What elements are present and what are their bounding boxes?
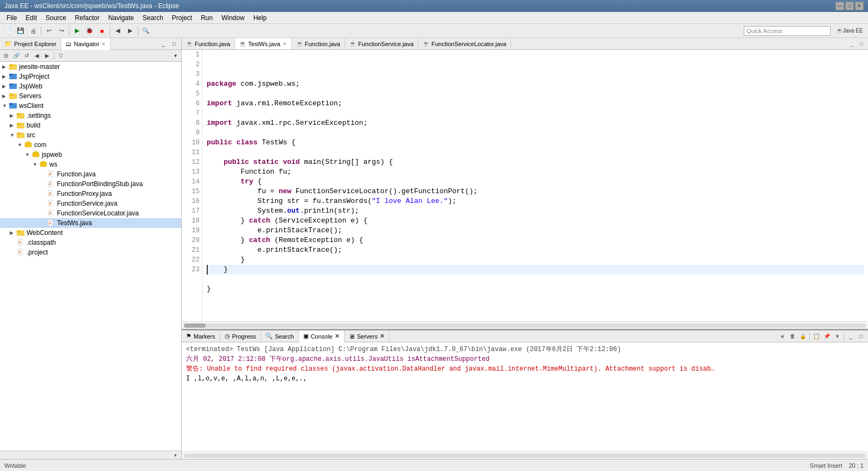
console-copy-button[interactable]: 📋 bbox=[812, 332, 821, 341]
tab-function-service-locator[interactable]: ☕ FunctionServiceLocator.java bbox=[418, 38, 511, 49]
perspective-java-ee[interactable]: ☕ Java EE bbox=[833, 25, 866, 37]
view-menu-button[interactable]: ▾ bbox=[170, 51, 180, 61]
console-view-menu[interactable]: ▾ bbox=[832, 332, 842, 341]
line-number: 15 bbox=[184, 187, 200, 196]
console-horizontal-scrollbar[interactable] bbox=[182, 451, 868, 459]
console-tab-close[interactable]: ✕ bbox=[335, 333, 340, 340]
tree-item[interactable]: ▼jspweb bbox=[0, 150, 181, 160]
tree-item[interactable]: JTestWs.java bbox=[0, 218, 181, 228]
code-editor[interactable]: 1234567891011121314151617181920212223 pa… bbox=[182, 50, 868, 329]
maximize-button[interactable]: □ bbox=[845, 2, 854, 10]
menu-window[interactable]: Window bbox=[217, 13, 249, 23]
tree-item[interactable]: ▶JspProject bbox=[0, 72, 181, 81]
tab-console[interactable]: ▣ Console ✕ bbox=[299, 330, 344, 342]
fwd-nav-button[interactable]: ▶ bbox=[42, 51, 52, 61]
tree-item[interactable]: ▼com bbox=[0, 140, 181, 150]
print-button[interactable]: 🖨 bbox=[27, 25, 39, 37]
console-clear-button[interactable]: 🗑 bbox=[788, 332, 797, 341]
console-scroll-lock[interactable]: 🔒 bbox=[798, 332, 808, 341]
tree-item[interactable]: ▼src bbox=[0, 130, 181, 140]
save-button[interactable]: 💾 bbox=[15, 25, 27, 37]
tree-item[interactable]: JFunctionServiceLocator.java bbox=[0, 208, 181, 218]
console-minimize[interactable]: _ bbox=[846, 332, 856, 341]
tab-function-java-1[interactable]: ☕ Function.java bbox=[182, 38, 235, 49]
tab-test-ws-java[interactable]: ☕ TestWs.java ✕ bbox=[235, 38, 291, 50]
menu-search[interactable]: Search bbox=[138, 13, 168, 23]
title-bar: Java EE - wsClient/src/com/jspweb/ws/Tes… bbox=[0, 0, 868, 12]
java-file-icon-4: ☕ bbox=[349, 41, 356, 47]
menu-refactor[interactable]: Refactor bbox=[71, 13, 104, 23]
filter-button[interactable]: ▽ bbox=[56, 51, 66, 61]
search-toolbar-button[interactable]: 🔍 bbox=[140, 25, 152, 37]
menu-navigate[interactable]: Navigate bbox=[104, 13, 138, 23]
tree-item[interactable]: JFunction.java bbox=[0, 169, 181, 179]
menu-source[interactable]: Source bbox=[41, 13, 71, 23]
tab-function-service[interactable]: ☕ FunctionService.java bbox=[345, 38, 418, 49]
navigator-tab-close[interactable]: ✕ bbox=[101, 41, 106, 47]
tree-item[interactable]: J.project bbox=[0, 247, 181, 257]
editor-tab-maximize[interactable]: □ bbox=[857, 40, 866, 48]
tree-item[interactable]: JFunctionPortBindingStub.java bbox=[0, 179, 181, 189]
left-panel-bottom-btn[interactable]: ▾ bbox=[171, 451, 179, 459]
new-button[interactable]: 📄 bbox=[2, 25, 14, 37]
tab-test-ws-close[interactable]: ✕ bbox=[283, 41, 287, 47]
menu-file[interactable]: File bbox=[2, 13, 21, 23]
link-editor-button[interactable]: 🔗 bbox=[11, 51, 21, 61]
menu-project[interactable]: Project bbox=[168, 13, 196, 23]
tree-item[interactable]: JFunctionProxy.java bbox=[0, 189, 181, 199]
stop-button[interactable]: ■ bbox=[96, 25, 108, 37]
panel-minimize-button[interactable]: _ bbox=[158, 39, 168, 49]
redo-button[interactable]: ↪ bbox=[55, 25, 67, 37]
svg-rect-11 bbox=[17, 113, 20, 115]
tab-servers[interactable]: 🖥 Servers ✕ bbox=[344, 330, 390, 342]
minimize-button[interactable]: — bbox=[835, 2, 844, 10]
tab-progress[interactable]: ◷ Progress bbox=[220, 330, 261, 342]
panel-maximize-button[interactable]: □ bbox=[169, 39, 179, 49]
forward-button[interactable]: ▶ bbox=[124, 25, 136, 37]
undo-button[interactable]: ↩ bbox=[43, 25, 55, 37]
console-paste-button[interactable]: 📌 bbox=[822, 332, 832, 341]
tree-item[interactable]: ▶Servers bbox=[0, 91, 181, 101]
menu-edit[interactable]: Edit bbox=[21, 13, 41, 23]
tree-item[interactable]: ▶.settings bbox=[0, 111, 181, 120]
menu-help[interactable]: Help bbox=[249, 13, 271, 23]
console-output-line: I ,l,o,v,e, ,A,l,a,n, ,L,e,e,., bbox=[186, 374, 864, 384]
console-stop-button[interactable]: ■ bbox=[777, 332, 787, 341]
code-horizontal-scrollbar[interactable] bbox=[182, 321, 868, 329]
servers-tab-close[interactable]: ✕ bbox=[380, 333, 385, 340]
collapse-all-button[interactable]: ⊟ bbox=[1, 51, 11, 61]
tree-arrow-icon: ▶ bbox=[2, 84, 9, 89]
tree-item[interactable]: ▶build bbox=[0, 120, 181, 130]
tab-project-explorer[interactable]: 📁 Project Explorer bbox=[0, 38, 61, 49]
console-maximize[interactable]: □ bbox=[856, 332, 866, 341]
code-content[interactable]: package com.jspweb.ws;import java.rmi.Re… bbox=[202, 50, 868, 321]
editor-tab-minimize[interactable]: _ bbox=[847, 40, 856, 48]
tree-item[interactable]: J.classpath bbox=[0, 238, 181, 247]
tab-search[interactable]: 🔍 Search bbox=[261, 330, 299, 342]
quick-access-field[interactable]: Quick Access bbox=[744, 26, 831, 36]
window-controls: — □ ✕ bbox=[835, 2, 864, 10]
tree-item[interactable]: ▼wsClient bbox=[0, 101, 181, 111]
tree-item[interactable]: ▼ws bbox=[0, 160, 181, 169]
tab-progress-label: Progress bbox=[232, 333, 256, 340]
back-button[interactable]: ◀ bbox=[112, 25, 124, 37]
run-button[interactable]: ▶ bbox=[71, 25, 83, 37]
tree-item[interactable]: ▶WebContent bbox=[0, 228, 181, 238]
close-button[interactable]: ✕ bbox=[855, 2, 864, 10]
debug-button[interactable]: 🐞 bbox=[84, 25, 95, 37]
line-number: 13 bbox=[184, 167, 200, 177]
tab-markers[interactable]: ⚑ Markers bbox=[182, 330, 220, 342]
java-file-icon-3: ☕ bbox=[296, 41, 303, 47]
back-nav-button[interactable]: ◀ bbox=[32, 51, 42, 61]
tree-item[interactable]: ▶jeesite-master bbox=[0, 62, 181, 72]
tree-arrow-icon: ▶ bbox=[2, 93, 9, 99]
menu-run[interactable]: Run bbox=[196, 13, 217, 23]
navigator-sync-button[interactable]: ↺ bbox=[22, 51, 31, 61]
tree-item[interactable]: ▶JspWeb bbox=[0, 81, 181, 91]
tab-navigator[interactable]: 🗂 Navigator ✕ bbox=[61, 38, 111, 50]
console-area[interactable]: <terminated> TestWs [Java Application] C… bbox=[182, 342, 868, 451]
line-number: 17 bbox=[184, 206, 200, 216]
tree-item[interactable]: JFunctionService.java bbox=[0, 199, 181, 208]
tab-function-java-2[interactable]: ☕ Function.java bbox=[292, 38, 345, 49]
line-number: 1 bbox=[184, 50, 200, 60]
